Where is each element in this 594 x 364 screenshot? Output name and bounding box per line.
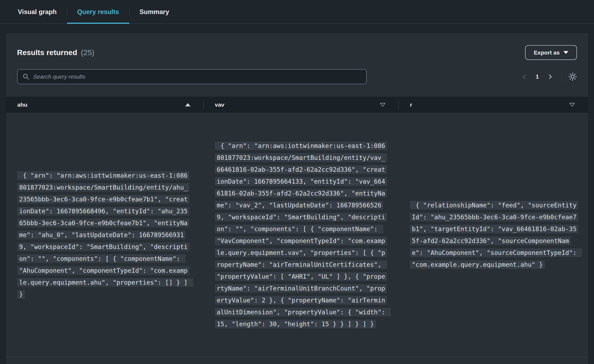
cell-vav: { "arn": "arn:aws:iottwinmaker:us-east-1… [203, 113, 399, 357]
sort-down-icon [569, 103, 575, 107]
export-as-button[interactable]: Export as [525, 45, 577, 60]
tab-summary[interactable]: Summary [129, 0, 179, 23]
tab-label: Query results [77, 8, 119, 16]
table-header: ahu vav r [6, 97, 588, 113]
cell-ahu: { "arn": "arn:aws:iottwinmaker:us-east-1… [6, 113, 203, 357]
sort-down-icon [380, 103, 386, 107]
column-header-r[interactable]: r [399, 97, 588, 113]
toolbar-divider [562, 71, 562, 82]
search-box[interactable] [17, 69, 367, 84]
search-input[interactable] [33, 73, 361, 80]
results-table: ahu vav r [6, 97, 588, 357]
tabs-bar: Visual graph Query results Summary [0, 0, 594, 24]
gear-icon [568, 72, 577, 81]
chevron-down-icon [563, 51, 568, 54]
column-header-vav[interactable]: vav [203, 97, 399, 113]
page: Visual graph Query results Summary Resul… [0, 0, 594, 364]
pagination: 1 [519, 72, 555, 82]
column-label: ahu [17, 102, 27, 108]
sort-ascending-icon [185, 103, 191, 106]
panel-header: Results returned (25) Export as [6, 33, 588, 60]
tab-label: Visual graph [18, 8, 57, 16]
table-row[interactable]: { "arn": "arn:aws:iottwinmaker:us-east-1… [6, 113, 588, 357]
tab-visual-graph[interactable]: Visual graph [8, 0, 67, 23]
tab-query-results[interactable]: Query results [67, 0, 129, 23]
tab-label: Summary [139, 8, 169, 16]
column-label: r [410, 102, 412, 108]
results-panel: Results returned (25) Export as [6, 33, 588, 364]
column-header-ahu[interactable]: ahu [6, 97, 203, 113]
cell-r-json: { "relationshipName": "feed", "sourceEnt… [410, 201, 582, 269]
previous-page-button[interactable] [519, 72, 530, 82]
cell-r: { "relationshipName": "feed", "sourceEnt… [399, 113, 588, 357]
export-as-label: Export as [534, 49, 560, 56]
settings-button[interactable] [568, 72, 577, 81]
cell-vav-json: { "arn": "arn:aws:iottwinmaker:us-east-1… [215, 141, 391, 328]
current-page[interactable]: 1 [534, 73, 540, 80]
column-label: vav [215, 102, 224, 108]
toolbar: 1 [17, 69, 577, 84]
tabs: Visual graph Query results Summary [8, 0, 179, 23]
cell-ahu-json: { "arn": "arn:aws:iottwinmaker:us-east-1… [17, 171, 193, 299]
page-title: Results returned (25) [17, 48, 94, 57]
search-icon [22, 73, 29, 80]
next-page-button[interactable] [545, 72, 555, 82]
results-count: (25) [81, 48, 94, 57]
results-returned-label: Results returned [17, 48, 77, 57]
